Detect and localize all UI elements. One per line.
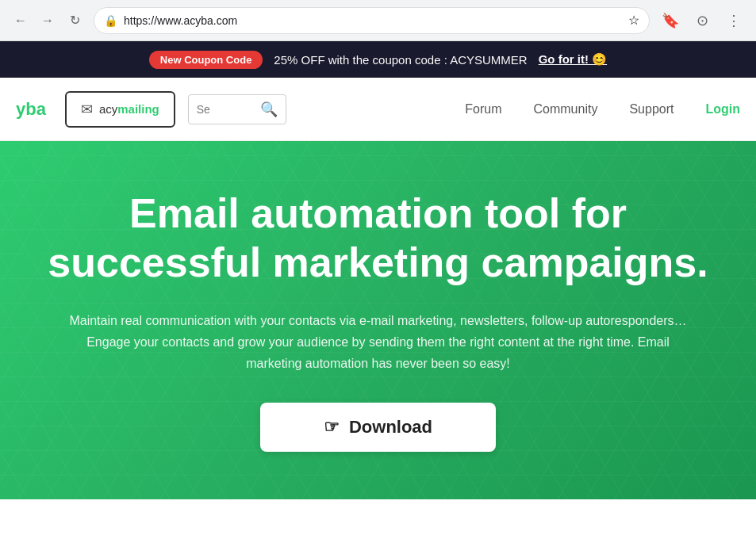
hero-title: Email automation tool for successful mar… <box>48 189 708 288</box>
hero-title-line1: Email automation tool for <box>129 190 627 236</box>
nav-links: Forum Community Support Login <box>465 102 740 117</box>
lock-icon: 🔒 <box>104 14 117 27</box>
acymailing-button[interactable]: ✉ acymailing <box>65 91 175 128</box>
forward-button[interactable]: → <box>36 10 59 32</box>
nav-item-forum[interactable]: Forum <box>465 102 501 117</box>
search-icon: 🔍 <box>260 101 278 117</box>
search-button[interactable]: 🔍 <box>252 95 286 124</box>
hero-section: Email automation tool for successful mar… <box>0 141 756 499</box>
navbar: yba ✉ acymailing 🔍 Forum Community Suppo… <box>0 78 756 141</box>
browser-action-buttons: 🔖 ⊙ ⋮ <box>658 8 746 33</box>
menu-button[interactable]: ⋮ <box>721 8 746 33</box>
browser-nav-buttons: ← → ↻ <box>10 10 86 32</box>
profile-button[interactable]: ⊙ <box>689 8 715 33</box>
acymailing-icon: ✉ <box>81 101 93 118</box>
logo-text: yba <box>16 99 46 120</box>
brand-highlight: mailing <box>117 102 159 116</box>
download-icon: ☞ <box>324 417 340 438</box>
coupon-message: 25% OFF with the coupon code : ACYSUMMER <box>274 53 527 67</box>
nav-item-login[interactable]: Login <box>705 102 740 117</box>
download-button[interactable]: ☞ Download <box>260 403 496 452</box>
hero-subtitle: Maintain real communication with your co… <box>69 310 688 375</box>
search-input[interactable] <box>189 103 252 116</box>
refresh-button[interactable]: ↻ <box>63 10 86 32</box>
nav-item-community[interactable]: Community <box>534 102 598 117</box>
star-icon: ☆ <box>628 13 639 28</box>
acymailing-label: acymailing <box>99 102 159 116</box>
go-for-it-link[interactable]: Go for it! 😊 <box>539 52 608 67</box>
extensions-button[interactable]: 🔖 <box>658 8 683 33</box>
hero-title-line2: successful marketing campaigns. <box>48 239 708 285</box>
url-text: https://www.acyba.com <box>124 14 622 27</box>
download-label: Download <box>349 417 432 438</box>
coupon-banner: New Coupon Code 25% OFF with the coupon … <box>0 41 756 78</box>
nav-item-support[interactable]: Support <box>629 102 673 117</box>
browser-chrome: ← → ↻ 🔒 https://www.acyba.com ☆ 🔖 ⊙ ⋮ <box>0 0 756 41</box>
coupon-badge: New Coupon Code <box>149 51 263 69</box>
back-button[interactable]: ← <box>10 10 32 32</box>
search-box[interactable]: 🔍 <box>188 94 286 124</box>
address-bar[interactable]: 🔒 https://www.acyba.com ☆ <box>94 7 650 34</box>
